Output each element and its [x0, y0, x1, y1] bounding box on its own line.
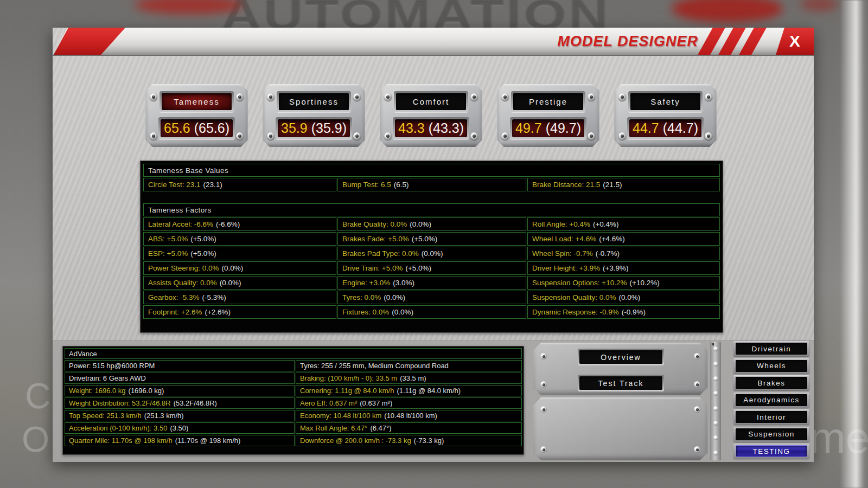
model-designer-window: MODEL DESIGNER X Tameness 65.6 ( [53, 28, 814, 462]
background-letter-c: C [25, 375, 51, 416]
stat-value: Dynamic Response: -0.9% [532, 308, 619, 316]
stat-value: ABS: +5.0% [148, 235, 188, 243]
advance-summary-table: AdVance Power: 515 hp@6000 RPM Tyres: 25… [62, 346, 524, 455]
designer-tab[interactable]: TESTING [733, 444, 809, 459]
advance-cell: Economy: 10.48 lt/100 km (10.48 lt/100 k… [296, 410, 522, 421]
stat-paren: (-0.9%) [622, 308, 646, 316]
screw-icon [470, 132, 478, 140]
gauge-value-display: 44.7 (44.7) [629, 119, 701, 137]
advance-cell: Tyres: 255 / 255 mm, Medium Compound Roa… [296, 360, 522, 371]
rivet-icon [694, 381, 700, 388]
designer-tab[interactable]: Drivetrain [733, 341, 809, 356]
designer-tab[interactable]: Suspension [733, 427, 809, 442]
gauge-value-paren: (49.7) [546, 120, 581, 136]
stat-paren: (-0.7%) [596, 249, 620, 258]
factor-cell: Brakes Pad Type: 0.0% (0.0%) [337, 247, 526, 260]
advance-cell: Quarter Mile: 11.70s @ 198 km/h (11.70s … [65, 435, 295, 446]
designer-tab[interactable]: Interior [733, 409, 809, 425]
stat-value: Max Roll Angle: 6.47° [300, 424, 367, 432]
screw-icon [501, 132, 509, 140]
screw-icon [501, 93, 509, 101]
designer-tab[interactable]: Brakes [733, 375, 809, 390]
stat-paren: (+4.6%) [599, 235, 625, 243]
background-window-frame [840, 0, 868, 488]
rivet-icon [694, 406, 700, 413]
factor-cell: Lateral Accel: -6.6% (-6.6%) [143, 217, 336, 231]
factors-grid: Lateral Accel: -6.6% (-6.6%) Brake Quali… [143, 217, 720, 319]
gauge-value: 49.7 [515, 120, 542, 136]
stat-value: Fixtures: 0.0% [342, 308, 389, 316]
designer-tab-label: Aerodynamics [736, 394, 807, 406]
designer-tab-stack: Drivetrain Wheels Brakes Aerodynamics In… [733, 341, 809, 459]
stat-paren: (+5.0%) [412, 235, 438, 243]
advance-cell: Top Speed: 251.3 km/h (251.3 km/h) [65, 410, 295, 421]
stat-gauge[interactable]: Sportiness 35.9 (35.9) [263, 84, 365, 147]
stat-gauge[interactable]: Comfort 43.3 (43.3) [380, 84, 482, 147]
gauge-value-display: 43.3 (43.3) [395, 119, 467, 137]
rivet-icon [713, 362, 718, 367]
gauge-label[interactable]: Tameness [162, 93, 232, 110]
gauge-label[interactable]: Safety [630, 93, 700, 110]
close-button[interactable]: X [776, 28, 814, 55]
background-red-car-blur-right [672, 0, 783, 23]
stat-paren: (+2.6%) [205, 308, 231, 316]
advance-cell: Acceleration (0-100 km/h): 3.50 (3.50) [65, 422, 295, 434]
stat-value: Gearbox: -5.3% [148, 293, 200, 301]
advance-cell: Braking: (100 km/h - 0): 33.5 m (33.5 m) [296, 373, 522, 384]
designer-tab[interactable]: Wheels [733, 358, 809, 374]
factor-cell: Brakes Fade: +5.0% (+5.0%) [337, 232, 526, 246]
rivet-icon [540, 446, 547, 453]
stat-value: Power: 515 hp@6000 RPM [69, 362, 155, 370]
gauge-label-frame: Safety [628, 91, 703, 112]
stat-gauge[interactable]: Prestige 49.7 (49.7) [497, 84, 599, 147]
factor-cell: Driver Height: +3.9% (+3.9%) [527, 261, 720, 275]
gauge-value-paren: (35.9) [311, 120, 347, 136]
stat-value: Weight: 1696.0 kg [69, 387, 126, 395]
base-values-row: Circle Test: 23.1 (23.1) Bump Test: 6.5 … [143, 178, 720, 191]
stat-paren: (-5.3%) [202, 293, 226, 301]
stat-value: Cornering: 1.11g @ 84.0 km/h [300, 387, 394, 395]
stat-gauge[interactable]: Safety 44.7 (44.7) [614, 84, 717, 147]
overview-button[interactable]: Overview [578, 349, 664, 365]
designer-tab-label: Drivetrain [736, 343, 807, 355]
factor-cell: Tyres: 0.0% (0.0%) [337, 291, 526, 304]
test-track-button[interactable]: Test Track [578, 375, 664, 391]
screw-icon [618, 93, 626, 101]
stat-paren: (0.0%) [384, 293, 405, 301]
tameness-stats-table: Tameness Base Values Circle Test: 23.1 (… [140, 160, 723, 333]
stat-value: Acceleration (0-100 km/h): 3.50 [69, 424, 167, 432]
factor-cell: Wheel Load: +4.6% (+4.6%) [527, 232, 720, 246]
stat-value: Wheel Load: +4.6% [532, 235, 596, 243]
factor-cell: Footprint: +2.6% (+2.6%) [143, 305, 336, 319]
screw-icon [588, 132, 595, 140]
advance-cell: Max Roll Angle: 6.47° (6.47°) [296, 422, 522, 434]
stat-paren: (53.2F/46.8R) [174, 399, 217, 407]
stat-value: Wheel Spin: -0.7% [532, 249, 593, 258]
designer-tab[interactable]: Aerodynamics [733, 393, 809, 408]
stat-value: Brake Quality: 0.0% [342, 220, 407, 228]
stat-paren: (10.48 lt/100 km) [384, 412, 437, 420]
screw-icon [705, 93, 712, 101]
gauge-value-frame: 43.3 (43.3) [393, 117, 469, 139]
rivet-icon [694, 353, 700, 359]
stat-gauge[interactable]: Tameness 65.6 (65.6) [145, 84, 248, 147]
stat-value: Bump Test: 6.5 [342, 181, 391, 189]
advance-grid: Power: 515 hp@6000 RPM Tyres: 255 / 255 … [65, 360, 522, 446]
factor-cell: Roll Angle: +0.4% (+0.4%) [527, 217, 720, 231]
stat-paren: (0.0%) [619, 293, 641, 301]
gauge-label[interactable]: Comfort [396, 93, 466, 110]
gauge-label[interactable]: Sportiness [279, 93, 349, 110]
stat-paren: (+0.4%) [593, 220, 619, 228]
gauge-label[interactable]: Prestige [513, 93, 583, 110]
stat-value: Roll Angle: +0.4% [532, 220, 590, 228]
factors-header: Tameness Factors [143, 203, 720, 216]
gauge-value: 35.9 [281, 120, 308, 136]
gauge-label-frame: Comfort [394, 91, 468, 112]
screw-icon [384, 93, 392, 101]
base-value-cell: Circle Test: 23.1 (23.1) [143, 178, 336, 191]
empty-plate [533, 397, 708, 460]
factor-cell: Dynamic Response: -0.9% (-0.9%) [527, 305, 720, 319]
stat-value: Brake Distance: 21.5 [532, 181, 600, 189]
gauge-value-paren: (44.7) [663, 120, 698, 136]
factor-cell: Drive Train: +5.0% (+5.0%) [337, 261, 526, 275]
